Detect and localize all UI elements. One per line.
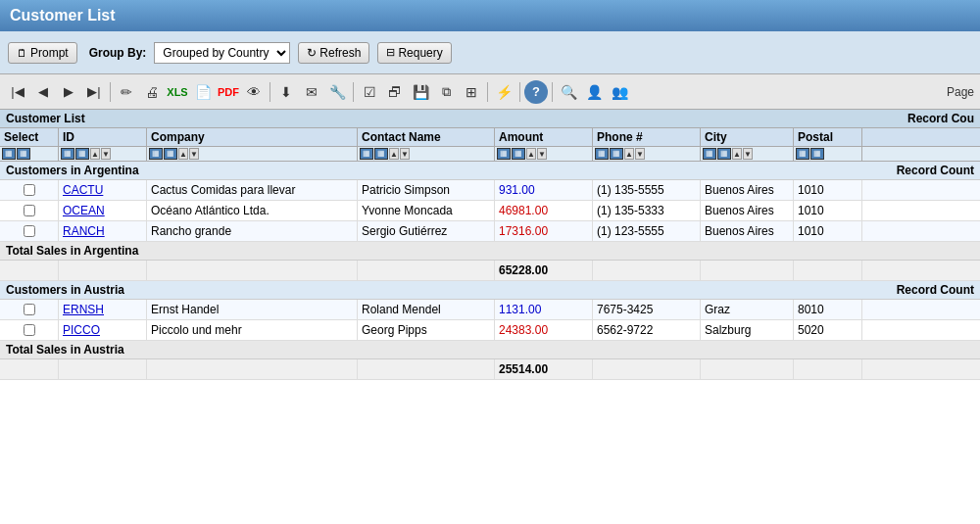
filter-icon-city[interactable]: ▦ — [703, 148, 716, 160]
id-link-1-1[interactable]: PICCO — [63, 323, 100, 337]
group-record-count-0: Record Count — [897, 164, 974, 177]
filter-icon-postal2[interactable]: ▦ — [810, 148, 824, 160]
filter-icon-contact[interactable]: ▦ — [360, 148, 373, 160]
window-icon[interactable]: 🗗 — [383, 80, 407, 104]
prompt-button[interactable]: 🗒 Prompt — [8, 42, 77, 64]
col-company: Company — [147, 128, 358, 146]
cell-phone-0-0: (1) 135-5555 — [593, 180, 701, 200]
groupby-label: Group By: — [89, 46, 147, 60]
cell-phone-1-1: 6562-9722 — [593, 320, 701, 340]
table-row: RANCH Rancho grande Sergio Gutiérrez 173… — [0, 221, 980, 242]
back-icon[interactable]: ◀ — [31, 80, 55, 104]
cell-amount-0-0: 931.00 — [495, 180, 593, 200]
download-icon[interactable]: ⬇ — [274, 80, 298, 104]
filter-amount: ▦ ▦ ▲ ▼ — [495, 147, 593, 161]
group-record-count-1: Record Count — [897, 283, 974, 297]
cell-checkbox-0-2 — [0, 221, 59, 241]
id-link-0-1[interactable]: OCEAN — [63, 204, 105, 217]
copy-icon[interactable]: ⧉ — [434, 80, 458, 104]
id-link-0-0[interactable]: CACTU — [63, 183, 103, 197]
sort-contact-asc[interactable]: ▲ — [389, 148, 399, 160]
sort-company-desc[interactable]: ▼ — [189, 148, 199, 160]
cell-checkbox-1-1 — [0, 320, 59, 340]
group-header-0: Customers in ArgentinaRecord Count — [0, 162, 980, 180]
edit-icon[interactable]: ✏ — [115, 80, 138, 104]
sort-amount-desc[interactable]: ▼ — [537, 148, 547, 160]
preview-icon[interactable]: 👁 — [242, 80, 266, 104]
cell-company-1-0: Ernst Handel — [147, 300, 358, 319]
help-icon[interactable]: ? — [524, 80, 548, 104]
cell-amount-0-2: 17316.00 — [495, 221, 593, 241]
check-icon[interactable]: ☑ — [358, 80, 381, 104]
filter-icon-select[interactable]: ▦ — [2, 148, 16, 160]
sort-city-asc[interactable]: ▲ — [732, 148, 742, 160]
sort-phone-desc[interactable]: ▼ — [635, 148, 645, 160]
sort-contact-desc[interactable]: ▼ — [400, 148, 410, 160]
total-label-1: Total Sales in Austria — [6, 343, 124, 357]
cell-phone-1-0: 7675-3425 — [593, 300, 701, 319]
requery-button[interactable]: ⊟ Requery — [377, 42, 451, 64]
filter-icon-company2[interactable]: ▦ — [164, 148, 177, 160]
lightning-icon[interactable]: ⚡ — [492, 80, 515, 104]
filter-icon-postal[interactable]: ▦ — [796, 148, 809, 160]
total-label-0: Total Sales in Argentina — [6, 244, 138, 258]
filter-icon-contact2[interactable]: ▦ — [374, 148, 388, 160]
id-link-1-0[interactable]: ERNSH — [63, 303, 104, 316]
sort-id-asc[interactable]: ▲ — [90, 148, 100, 160]
multi-icon[interactable]: ⊞ — [460, 80, 483, 104]
filter-icon-id2[interactable]: ▦ — [75, 148, 89, 160]
filter-icon-select2[interactable]: ▦ — [17, 148, 30, 160]
print-icon[interactable]: 🖨 — [140, 80, 164, 104]
sort-company-asc[interactable]: ▲ — [178, 148, 188, 160]
zoom-icon[interactable]: 🔍 — [557, 80, 580, 104]
row-checkbox-0-0[interactable] — [24, 184, 35, 196]
email-icon[interactable]: ✉ — [300, 80, 323, 104]
filter-icon-id[interactable]: ▦ — [61, 148, 74, 160]
cell-postal-1-0: 8010 — [794, 300, 862, 319]
filter-icon-amount2[interactable]: ▦ — [512, 148, 525, 160]
sep1 — [110, 82, 111, 102]
users-icon[interactable]: 👥 — [608, 80, 631, 104]
groupby-select[interactable]: Grouped by Country — [154, 42, 290, 64]
cell-checkbox-1-0 — [0, 300, 59, 319]
doc-icon[interactable]: 📄 — [191, 80, 215, 104]
filter-icon-city2[interactable]: ▦ — [717, 148, 731, 160]
row-checkbox-1-1[interactable] — [24, 324, 35, 336]
forward-icon[interactable]: ▶ — [57, 80, 80, 104]
total-amount-row-1: 25514.00 — [0, 359, 980, 380]
record-count-label: Record Cou — [907, 112, 974, 125]
cell-postal-0-2: 1010 — [794, 221, 862, 241]
column-headers: Select ID Company Contact Name Amount Ph… — [0, 128, 980, 147]
excel-icon[interactable]: XLS — [166, 80, 189, 104]
filter-icon-phone2[interactable]: ▦ — [610, 148, 623, 160]
filter-icon-company[interactable]: ▦ — [149, 148, 163, 160]
id-link-0-2[interactable]: RANCH — [63, 224, 105, 238]
user-icon[interactable]: 👤 — [582, 80, 606, 104]
filter-icon-phone[interactable]: ▦ — [595, 148, 609, 160]
col-postal: Postal — [794, 128, 862, 146]
filter-id: ▦ ▦ ▲ ▼ — [59, 147, 147, 161]
cell-contact-1-0: Roland Mendel — [358, 300, 495, 319]
total-empty-1-1 — [0, 359, 59, 379]
first-icon[interactable]: |◀ — [6, 80, 29, 104]
cell-city-0-2: Buenos Aires — [701, 221, 794, 241]
sort-amount-asc[interactable]: ▲ — [526, 148, 536, 160]
row-checkbox-0-2[interactable] — [24, 225, 35, 237]
row-checkbox-1-0[interactable] — [24, 304, 35, 315]
last-icon[interactable]: ▶| — [82, 80, 106, 104]
pdf-icon[interactable]: PDF — [217, 80, 240, 104]
table-row: PICCO Piccolo und mehr Georg Pipps 24383… — [0, 320, 980, 341]
row-checkbox-0-1[interactable] — [24, 205, 35, 216]
wrench-icon[interactable]: 🔧 — [325, 80, 349, 104]
sort-phone-asc[interactable]: ▲ — [624, 148, 634, 160]
cell-amount-1-1: 24383.00 — [495, 320, 593, 340]
save-icon[interactable]: 💾 — [409, 80, 432, 104]
prompt-icon: 🗒 — [17, 47, 27, 59]
col-id: ID — [59, 128, 147, 146]
filter-icon-amount[interactable]: ▦ — [497, 148, 511, 160]
sort-city-desc[interactable]: ▼ — [743, 148, 753, 160]
cell-company-1-1: Piccolo und mehr — [147, 320, 358, 340]
cell-contact-0-2: Sergio Gutiérrez — [358, 221, 495, 241]
sort-id-desc[interactable]: ▼ — [101, 148, 111, 160]
refresh-button[interactable]: ↻ Refresh — [298, 42, 369, 64]
